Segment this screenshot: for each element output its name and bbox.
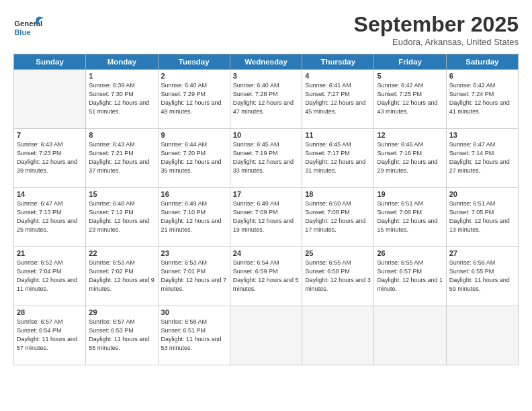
- calendar-cell: 8Sunrise: 6:43 AMSunset: 7:21 PMDaylight…: [86, 129, 158, 188]
- calendar-cell: 1Sunrise: 6:39 AMSunset: 7:30 PMDaylight…: [86, 70, 158, 129]
- sunrise-text: Sunrise: 6:53 AM: [89, 259, 135, 266]
- day-info: Sunrise: 6:45 AMSunset: 7:17 PMDaylight:…: [305, 140, 371, 175]
- sunrise-text: Sunrise: 6:52 AM: [17, 259, 63, 266]
- day-number: 18: [305, 190, 371, 198]
- sunrise-text: Sunrise: 6:46 AM: [377, 141, 423, 148]
- day-number: 27: [449, 249, 515, 257]
- sunrise-text: Sunrise: 6:49 AM: [161, 200, 208, 207]
- sunrise-text: Sunrise: 6:45 AM: [305, 141, 351, 148]
- sunrise-text: Sunrise: 6:43 AM: [89, 141, 135, 148]
- daylight-label: Daylight: 12 hours and 15 minutes.: [377, 218, 437, 233]
- day-number: 14: [17, 190, 83, 198]
- daylight-label: Daylight: 12 hours and 1 minute.: [377, 277, 443, 292]
- sunset-text: Sunset: 7:14 PM: [449, 150, 494, 156]
- day-number: 19: [377, 190, 443, 198]
- day-number: 25: [305, 249, 371, 257]
- day-info: Sunrise: 6:56 AMSunset: 6:55 PMDaylight:…: [449, 259, 515, 293]
- sunrise-text: Sunrise: 6:48 AM: [89, 200, 135, 207]
- calendar-cell: 24Sunrise: 6:54 AMSunset: 6:59 PMDayligh…: [230, 247, 302, 306]
- day-info: Sunrise: 6:46 AMSunset: 7:16 PMDaylight:…: [377, 140, 443, 175]
- daylight-label: Daylight: 12 hours and 9 minutes.: [89, 277, 154, 292]
- daylight-label: Daylight: 12 hours and 35 minutes.: [161, 158, 222, 174]
- daylight-label: Daylight: 12 hours and 29 minutes.: [377, 158, 437, 174]
- calendar-cell: [374, 306, 446, 365]
- calendar-cell: 5Sunrise: 6:42 AMSunset: 7:25 PMDaylight…: [374, 70, 446, 129]
- day-number: 6: [449, 72, 515, 80]
- sunset-text: Sunset: 7:01 PM: [161, 268, 206, 275]
- calendar-cell: 21Sunrise: 6:52 AMSunset: 7:04 PMDayligh…: [14, 247, 86, 306]
- calendar-week-row: 1Sunrise: 6:39 AMSunset: 7:30 PMDaylight…: [14, 70, 519, 129]
- calendar-table: Sunday Monday Tuesday Wednesday Thursday…: [13, 54, 519, 365]
- sunrise-text: Sunrise: 6:58 AM: [161, 318, 208, 325]
- col-sunday: Sunday: [14, 54, 86, 70]
- day-info: Sunrise: 6:55 AMSunset: 6:58 PMDaylight:…: [305, 259, 371, 293]
- calendar-cell: 2Sunrise: 6:40 AMSunset: 7:29 PMDaylight…: [158, 70, 230, 129]
- day-info: Sunrise: 6:41 AMSunset: 7:27 PMDaylight:…: [305, 81, 371, 116]
- day-info: Sunrise: 6:44 AMSunset: 7:20 PMDaylight:…: [161, 140, 227, 175]
- calendar-cell: 11Sunrise: 6:45 AMSunset: 7:17 PMDayligh…: [302, 129, 374, 188]
- sunrise-text: Sunrise: 6:42 AM: [449, 82, 496, 89]
- day-number: 12: [377, 131, 443, 139]
- col-tuesday: Tuesday: [158, 54, 230, 70]
- day-number: 20: [449, 190, 515, 198]
- calendar-week-row: 14Sunrise: 6:47 AMSunset: 7:13 PMDayligh…: [14, 188, 519, 247]
- day-number: 5: [377, 72, 443, 80]
- day-info: Sunrise: 6:40 AMSunset: 7:29 PMDaylight:…: [161, 81, 227, 116]
- calendar-cell: 9Sunrise: 6:44 AMSunset: 7:20 PMDaylight…: [158, 129, 230, 188]
- logo-icon: General Blue: [13, 12, 47, 40]
- sunset-text: Sunset: 7:04 PM: [17, 268, 62, 275]
- sunrise-text: Sunrise: 6:57 AM: [89, 318, 135, 325]
- sunrise-text: Sunrise: 6:40 AM: [233, 82, 279, 89]
- day-number: 13: [449, 131, 515, 139]
- day-number: 15: [89, 190, 154, 198]
- day-info: Sunrise: 6:48 AMSunset: 7:12 PMDaylight:…: [89, 199, 154, 234]
- day-number: 28: [17, 308, 83, 316]
- subtitle: Eudora, Arkansas, United States: [354, 37, 519, 47]
- calendar-cell: 13Sunrise: 6:47 AMSunset: 7:14 PMDayligh…: [446, 129, 518, 188]
- daylight-label: Daylight: 12 hours and 33 minutes.: [233, 158, 294, 174]
- day-number: 17: [233, 190, 299, 198]
- sunset-text: Sunset: 6:55 PM: [449, 268, 494, 275]
- daylight-label: Daylight: 12 hours and 7 minutes.: [161, 277, 227, 292]
- col-friday: Friday: [374, 54, 446, 70]
- calendar-cell: 28Sunrise: 6:57 AMSunset: 6:54 PMDayligh…: [14, 306, 86, 365]
- day-number: 1: [89, 72, 154, 80]
- sunset-text: Sunset: 7:25 PM: [377, 91, 422, 97]
- sunset-text: Sunset: 7:24 PM: [449, 91, 494, 97]
- calendar-cell: 4Sunrise: 6:41 AMSunset: 7:27 PMDaylight…: [302, 70, 374, 129]
- title-area: September 2025 Eudora, Arkansas, United …: [354, 12, 519, 47]
- daylight-label: Daylight: 12 hours and 51 minutes.: [89, 99, 149, 115]
- calendar-cell: 20Sunrise: 6:51 AMSunset: 7:05 PMDayligh…: [446, 188, 518, 247]
- calendar-cell: 22Sunrise: 6:53 AMSunset: 7:02 PMDayligh…: [86, 247, 158, 306]
- calendar-cell: 16Sunrise: 6:49 AMSunset: 7:10 PMDayligh…: [158, 188, 230, 247]
- sunset-text: Sunset: 7:29 PM: [161, 91, 206, 97]
- sunset-text: Sunset: 7:27 PM: [305, 91, 350, 97]
- calendar-cell: 23Sunrise: 6:53 AMSunset: 7:01 PMDayligh…: [158, 247, 230, 306]
- sunrise-text: Sunrise: 6:51 AM: [377, 200, 423, 207]
- col-saturday: Saturday: [446, 54, 518, 70]
- sunrise-text: Sunrise: 6:47 AM: [17, 200, 63, 207]
- daylight-label: Daylight: 12 hours and 37 minutes.: [89, 158, 149, 174]
- day-number: 3: [233, 72, 299, 80]
- daylight-label: Daylight: 12 hours and 31 minutes.: [305, 158, 365, 174]
- svg-text:Blue: Blue: [14, 28, 30, 36]
- day-info: Sunrise: 6:43 AMSunset: 7:23 PMDaylight:…: [17, 140, 83, 175]
- sunset-text: Sunset: 6:58 PM: [305, 268, 350, 275]
- sunset-text: Sunset: 6:51 PM: [161, 327, 206, 334]
- calendar-cell: 30Sunrise: 6:58 AMSunset: 6:51 PMDayligh…: [158, 306, 230, 365]
- day-info: Sunrise: 6:43 AMSunset: 7:21 PMDaylight:…: [89, 140, 154, 175]
- sunset-text: Sunset: 6:59 PM: [233, 268, 278, 275]
- day-number: 16: [161, 190, 227, 198]
- daylight-label: Daylight: 12 hours and 11 minutes.: [17, 277, 77, 292]
- sunrise-text: Sunrise: 6:41 AM: [305, 82, 351, 89]
- calendar-cell: 10Sunrise: 6:45 AMSunset: 7:19 PMDayligh…: [230, 129, 302, 188]
- day-info: Sunrise: 6:49 AMSunset: 7:10 PMDaylight:…: [161, 199, 227, 234]
- calendar-cell: 18Sunrise: 6:50 AMSunset: 7:08 PMDayligh…: [302, 188, 374, 247]
- day-info: Sunrise: 6:57 AMSunset: 6:53 PMDaylight:…: [89, 318, 154, 353]
- day-number: 26: [377, 249, 443, 257]
- daylight-label: Daylight: 12 hours and 27 minutes.: [449, 158, 510, 174]
- day-number: 4: [305, 72, 371, 80]
- sunrise-text: Sunrise: 6:43 AM: [17, 141, 63, 148]
- sunset-text: Sunset: 7:08 PM: [305, 209, 350, 216]
- day-info: Sunrise: 6:55 AMSunset: 6:57 PMDaylight:…: [377, 259, 443, 293]
